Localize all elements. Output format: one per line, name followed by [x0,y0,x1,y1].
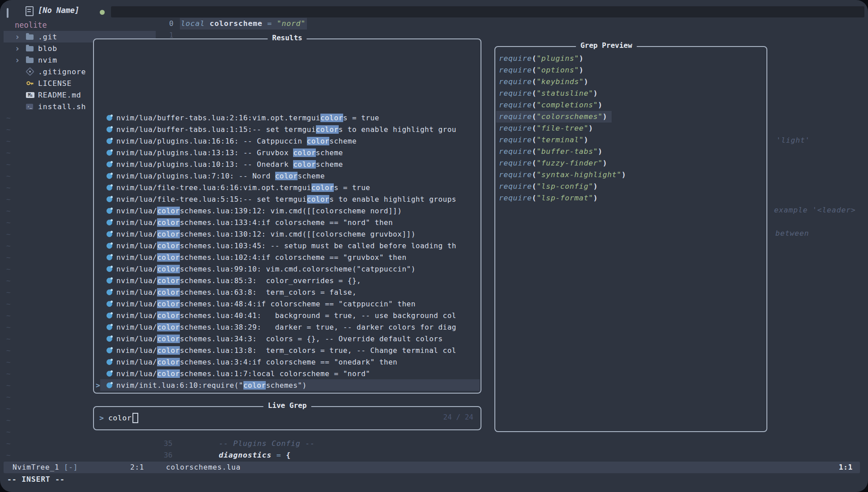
result-row[interactable]: nvim/lua/colorschemes.lua:133:4:if color… [94,216,481,228]
preview-code-line: require("options") [496,64,588,76]
tilde-empty-line: ~ [6,182,11,194]
code-line: diagnostics = { [219,450,291,461]
result-row[interactable]: nvim/lua/file-tree.lua:5:15:-- set termg… [94,193,481,205]
tilde-empty-line: ~ [6,333,11,345]
lua-file-icon [106,382,112,388]
result-row[interactable]: nvim/lua/colorschemes.lua:13:8: term_col… [94,344,481,356]
result-row[interactable]: nvim/lua/colorschemes.lua:63:8: term_col… [94,286,481,298]
result-row[interactable]: nvim/lua/plugins.lua:16:16: -- Catppucci… [94,135,481,147]
result-row[interactable]: > nvim/init.lua:6:10:require("colorschem… [94,379,481,391]
lua-file-icon [106,266,112,272]
code-token: = [272,451,286,459]
tilde-empty-line: ~ [6,124,11,136]
code-token: { [286,451,291,459]
tilde-empty-line: ~ [6,287,11,298]
result-row[interactable]: nvim/lua/colorschemes.lua:38:29: darker … [94,321,481,333]
lua-file-icon [106,348,112,353]
result-row[interactable]: nvim/lua/buffer-tabs.lua:2:16:vim.opt.te… [94,112,481,123]
result-row[interactable]: nvim/lua/file-tree.lua:6:16:vim.opt.term… [94,182,481,193]
result-row[interactable]: nvim/lua/colorschemes.lua:40:41: backgro… [94,310,481,321]
git-icon [26,67,34,76]
chevron-right-icon: › [4,55,26,65]
result-row[interactable]: nvim/lua/colorschemes.lua:34:3: colors =… [94,333,481,344]
tilde-empty-line: ~ [6,356,11,368]
tilde-empty-line: ~ [6,159,11,170]
lua-file-icon [106,324,112,330]
buffer-fragment: between [775,228,809,239]
tab-no-name[interactable]: [No Name] [38,6,79,15]
preview-code-line: require("plugins") [496,53,588,64]
lua-file-icon [106,220,112,225]
tree-item-label: install.sh [38,102,86,111]
line-number: 35 [164,438,172,450]
tree-item-label: blob [38,44,57,53]
lua-file-icon [106,185,112,191]
grep-preview-panel: Grep Preview require("plugins")require("… [494,46,767,432]
result-row[interactable]: nvim/lua/plugins.lua:13:13: -- Gruvbox c… [94,147,481,158]
file-icon [26,6,34,16]
tree-item-label: README.md [38,91,81,99]
livegrep-input[interactable]: > color [99,413,138,423]
result-row[interactable]: nvim/lua/colorschemes.lua:130:12: vim.cm… [94,228,481,240]
code-token: diagnostics [219,451,272,459]
result-row[interactable]: nvim/lua/buffer-tabs.lua:1:15:-- set ter… [94,123,481,135]
result-row[interactable]: nvim/lua/colorschemes.lua:102:4:if color… [94,251,481,263]
preview-code-line: require("file-tree") [496,123,598,134]
lua-file-icon [106,254,112,260]
result-row[interactable]: nvim/lua/colorschemes.lua:99:10: vim.cmd… [94,263,481,275]
tilde-empty-line: ~ [6,403,11,415]
lua-file-icon [106,336,112,342]
tilde-empty-line: ~ [6,415,11,426]
lua-file-icon [106,289,112,295]
project-title: neolite [15,19,47,31]
lua-file-icon [106,243,112,249]
chevron-right-icon: › [4,32,26,42]
folder-icon [26,34,34,40]
buffer-fragment: 'light' [776,135,810,146]
lua-file-icon [106,138,112,144]
mode-indicator: -- INSERT -- [7,474,65,485]
tilde-empty-line: ~ [6,229,11,240]
lua-file-icon [106,173,112,179]
tilde-empty-line: ~ [6,205,11,217]
statusline: NvimTree_1 [-] 2:1 colorschemes.lua 1:1 [4,462,860,473]
tilde-empty-line: ~ [6,298,11,310]
tilde-empty-line: ~ [6,263,11,275]
result-row[interactable]: nvim/lua/plugins.lua:10:13: -- Onedark c… [94,158,481,170]
code-token: local [181,19,209,28]
result-row[interactable]: nvim/lua/plugins.lua:7:10: -- Nord color… [94,170,481,182]
key-icon [26,79,34,87]
text-cursor [132,413,138,423]
window-cursor-bar [7,8,9,18]
chevron-right-icon: › [4,43,26,53]
tree-item-label: nvim [38,56,57,64]
tilde-empty-line: ~ [6,217,11,229]
result-row[interactable]: nvim/lua/colorschemes.lua:103:45: -- set… [94,240,481,251]
preview-code-line: require("colorschemes") [496,111,612,123]
tilde-empty-line: ~ [6,240,11,252]
preview-code-line: require("fuzzy-finder") [496,157,612,169]
markdown-icon: M↓ [26,92,34,98]
tilde-empty-line: ~ [6,112,11,124]
prompt-icon: > [99,414,104,422]
preview-code-line: require("lsp-format") [496,192,602,204]
statusline-flag: [-] [64,463,78,471]
result-row[interactable]: nvim/lua/colorschemes.lua:1:7:local colo… [94,368,481,379]
result-row[interactable]: nvim/lua/colorschemes.lua:85:3: color_ov… [94,275,481,286]
lua-file-icon [106,208,112,214]
lua-file-icon [106,196,112,202]
result-counter: 24 / 24 [443,413,473,421]
lua-file-icon [106,150,112,156]
tilde-empty-line: ~ [6,322,11,333]
tree-item-label: LICENSE [38,79,72,88]
tilde-empty-line: ~ [6,147,11,159]
preview-code-line: require("syntax-highlight") [496,169,630,181]
lua-file-icon [106,371,112,377]
tilde-empty-line: ~ [6,380,11,391]
result-row[interactable]: nvim/lua/colorschemes.lua:3:4:if colorsc… [94,356,481,368]
result-row[interactable]: nvim/lua/colorschemes.lua:48:4:if colors… [94,298,481,310]
lua-file-icon [106,301,112,307]
tilde-empty-line: ~ [6,438,11,450]
result-row[interactable]: nvim/lua/colorschemes.lua:139:12: vim.cm… [94,205,481,216]
tilde-empty-line: ~ [6,252,11,263]
